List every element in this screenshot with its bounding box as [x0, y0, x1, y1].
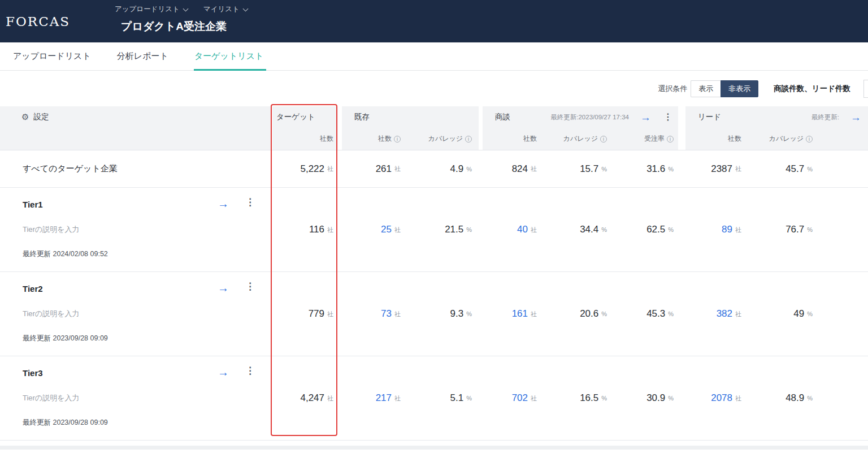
settings-subheader-cell	[0, 128, 271, 150]
tier-info-cell: Tier1 → ⋮ Tierの説明を入力 最終更新 2024/02/08 09:…	[0, 188, 271, 271]
unit-company: 社	[327, 226, 333, 234]
tier-name: Tier3	[23, 368, 43, 378]
tier-description-input[interactable]: Tierの説明を入力	[23, 393, 80, 403]
unit-company: 社	[531, 165, 537, 173]
lead-count-link[interactable]: 382	[717, 308, 732, 320]
leads-count-subheader: 社数	[685, 134, 741, 144]
tier-info-cell: Tier2 → ⋮ Tierの説明を入力 最終更新 2023/09/28 09:…	[0, 272, 271, 356]
lead-coverage-value: 48.9	[785, 392, 804, 404]
info-icon[interactable]: i	[600, 136, 607, 143]
deals-win-rate-subheader: 受注率 i	[607, 134, 674, 144]
summary-target-count-cell: 5,222 社	[271, 150, 338, 187]
tier-existing-cell: 217社 5.1%	[338, 356, 479, 440]
tier-kebab-menu-icon[interactable]: ⋮	[245, 197, 255, 207]
forcas-app: FORCAS アップロードリスト マイリスト プロダクトA受注企業 アップロード…	[0, 0, 868, 466]
tab-analysis-report[interactable]: 分析レポート	[104, 42, 181, 70]
info-icon[interactable]: i	[394, 136, 401, 143]
unit-percent: %	[466, 310, 472, 317]
tier-last-updated: 最終更新 2023/09/28 09:09	[23, 334, 108, 343]
tier-last-updated: 最終更新 2024/02/08 09:52	[23, 249, 108, 259]
deal-count-value: 824	[512, 163, 528, 175]
lead-count-link[interactable]: 2078	[711, 392, 732, 404]
my-list-dropdown[interactable]: マイリスト	[203, 5, 248, 14]
deals-kebab-menu-icon[interactable]: ⋮	[663, 113, 672, 122]
info-icon[interactable]: i	[806, 136, 813, 143]
tier-open-arrow-icon[interactable]: →	[218, 282, 229, 294]
deal-coverage-value: 20.6	[580, 308, 598, 320]
info-icon[interactable]: i	[465, 136, 472, 143]
tier-kebab-menu-icon[interactable]: ⋮	[245, 282, 255, 291]
existing-count-link[interactable]: 73	[381, 308, 392, 320]
existing-count-link[interactable]: 217	[376, 392, 392, 404]
lead-count-link[interactable]: 89	[722, 224, 732, 235]
gear-icon[interactable]: ⚙	[21, 112, 29, 122]
company-count-label: 社数	[523, 134, 537, 144]
tier-kebab-menu-icon[interactable]: ⋮	[245, 366, 255, 376]
coverage-label: カバレッジ	[563, 134, 598, 144]
unit-company: 社	[735, 310, 741, 318]
leads-group-header: リード 最終更新: →	[678, 106, 868, 128]
unit-company: 社	[735, 165, 741, 173]
deal-count-link[interactable]: 702	[512, 392, 528, 404]
tier-last-updated: 最終更新 2023/09/28 09:09	[23, 418, 108, 428]
settings-header-cell: ⚙ 設定	[0, 106, 271, 128]
show-button[interactable]: 表示	[691, 80, 721, 97]
unit-company: 社	[327, 165, 333, 173]
lead-coverage-value: 76.7	[785, 224, 804, 235]
unit-percent: %	[807, 166, 813, 172]
unit-company: 社	[327, 310, 333, 318]
unit-percent: %	[601, 310, 607, 317]
company-count-label: 社数	[728, 134, 741, 144]
win-rate-value: 30.9	[646, 392, 665, 404]
unit-percent: %	[466, 166, 472, 172]
tier-info-cell: Tier3 → ⋮ Tierの説明を入力 最終更新 2023/09/28 09:…	[0, 356, 271, 440]
summary-label-cell: すべてのターゲット企業	[0, 150, 271, 187]
deal-count-link[interactable]: 40	[517, 224, 528, 235]
unit-company: 社	[394, 226, 401, 234]
target-count-value: 5,222	[300, 163, 324, 175]
lead-count-value: 2387	[711, 163, 732, 175]
unit-company: 社	[327, 394, 333, 403]
leads-open-arrow-icon[interactable]: →	[850, 112, 861, 123]
forcas-logo[interactable]: FORCAS	[0, 0, 113, 42]
deals-group-header: 商談 最終更新:2023/09/27 17:34 → ⋮	[479, 106, 678, 128]
target-count-value: 779	[309, 308, 324, 320]
deal-count-link[interactable]: 161	[512, 308, 528, 320]
deals-count-subheader: 社数	[483, 134, 537, 144]
summary-label: すべてのターゲット企業	[0, 163, 118, 174]
row-gap	[0, 441, 868, 446]
win-rate-value: 31.6	[646, 163, 665, 175]
unit-percent: %	[668, 226, 674, 233]
existing-count-link[interactable]: 25	[381, 224, 392, 235]
summary-existing-cell: 261社 4.9%	[338, 150, 479, 187]
unit-percent: %	[601, 395, 607, 402]
upload-list-dropdown[interactable]: アップロードリスト	[115, 5, 188, 14]
hide-button[interactable]: 非表示	[721, 80, 758, 97]
info-icon[interactable]: i	[667, 136, 674, 143]
tier-name: Tier1	[23, 200, 43, 209]
tier-open-arrow-icon[interactable]: →	[218, 366, 229, 378]
unit-percent: %	[807, 226, 813, 233]
tier-name: Tier2	[23, 284, 43, 294]
deals-last-updated: 最終更新:2023/09/27 17:34	[550, 113, 629, 122]
deals-open-arrow-icon[interactable]: →	[640, 112, 651, 123]
tier-target-count-cell: 116 社	[271, 188, 338, 271]
existing-coverage-subheader: カバレッジ i	[401, 134, 472, 144]
tier-description-input[interactable]: Tierの説明を入力	[23, 225, 80, 235]
unit-percent: %	[807, 395, 813, 402]
tab-bar: アップロードリスト 分析レポート ターゲットリスト	[0, 42, 868, 71]
win-rate-value: 45.3	[646, 308, 665, 320]
tier-open-arrow-icon[interactable]: →	[218, 198, 229, 209]
target-group-header: ターゲット	[271, 106, 338, 128]
tab-target-list[interactable]: ターゲットリスト	[181, 42, 276, 70]
table-header: ⚙ 設定 ターゲット 既存 商談 最終更新:2023/09/27 17:34 →…	[0, 106, 868, 150]
tier-leads-cell: 2078社 48.9%	[678, 356, 868, 440]
unit-company: 社	[394, 310, 401, 318]
existing-subheader-cell: 社数 i カバレッジ i	[338, 128, 479, 150]
chevron-down-icon	[183, 6, 188, 11]
edge-partial-button[interactable]: 表	[863, 80, 868, 98]
tier-description-input[interactable]: Tierの説明を入力	[23, 309, 80, 319]
tab-upload-list[interactable]: アップロードリスト	[0, 42, 104, 70]
unit-company: 社	[531, 310, 537, 318]
visibility-toggle: 表示 非表示	[691, 80, 758, 97]
